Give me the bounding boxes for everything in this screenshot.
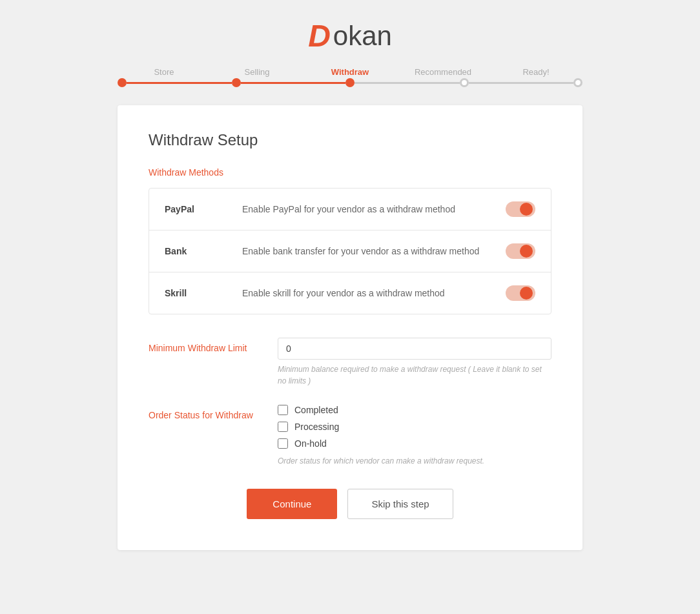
paypal-toggle[interactable]	[506, 201, 535, 217]
bank-slider	[506, 243, 535, 259]
checkbox-onhold-label: On-hold	[294, 438, 327, 449]
checkbox-onhold[interactable]: On-hold	[278, 438, 551, 449]
step-labels-row: Store Selling Withdraw Recommended Ready…	[118, 67, 582, 77]
step-label-withdraw: Withdraw	[304, 67, 396, 77]
checkbox-completed-label: Completed	[294, 405, 338, 415]
continue-button[interactable]: Continue	[247, 489, 337, 519]
order-status-content: Completed Processing On-hold Order statu…	[278, 405, 551, 466]
step-label-ready: Ready!	[489, 67, 582, 77]
min-withdraw-input[interactable]	[278, 338, 551, 360]
skip-button[interactable]: Skip this step	[347, 489, 453, 519]
logo-d-letter: D	[308, 21, 331, 52]
checkbox-completed-input[interactable]	[278, 405, 288, 415]
min-withdraw-group: Minimum Withdraw Limit Minimum balance r…	[149, 338, 551, 387]
min-withdraw-hint: Minimum balance required to make a withd…	[278, 363, 551, 387]
paypal-toggle-wrap[interactable]	[506, 201, 535, 217]
bank-desc: Enable bank transfer for your vendor as …	[242, 246, 495, 256]
logo-area: D okan	[308, 21, 392, 52]
methods-table: PayPal Enable PayPal for your vendor as …	[149, 188, 551, 314]
step-dot-3	[460, 78, 469, 87]
skrill-row: Skrill Enable skrill for your vendor as …	[149, 272, 551, 314]
card-title: Withdraw Setup	[149, 131, 551, 149]
seg-3-4	[469, 82, 574, 84]
skrill-name: Skrill	[165, 288, 242, 298]
bank-toggle[interactable]	[506, 243, 535, 259]
step-label-selling: Selling	[211, 67, 304, 77]
bank-row: Bank Enable bank transfer for your vendo…	[149, 230, 551, 272]
skrill-toggle-wrap[interactable]	[506, 285, 535, 301]
button-row: Continue Skip this step	[149, 489, 551, 519]
bank-toggle-wrap[interactable]	[506, 243, 535, 259]
bank-name: Bank	[165, 246, 242, 256]
min-withdraw-content: Minimum balance required to make a withd…	[278, 338, 551, 387]
checkbox-onhold-input[interactable]	[278, 438, 288, 449]
skrill-toggle[interactable]	[506, 285, 535, 301]
min-withdraw-label: Minimum Withdraw Limit	[149, 338, 278, 353]
order-status-group: Order Status for Withdraw Completed Proc…	[149, 405, 551, 466]
checkbox-group: Completed Processing On-hold	[278, 405, 551, 449]
step-dot-1	[232, 78, 241, 87]
seg-0-1	[127, 82, 232, 84]
logo-text: okan	[333, 23, 392, 50]
progress-bar	[118, 78, 582, 87]
main-card: Withdraw Setup Withdraw Methods PayPal E…	[118, 105, 582, 550]
checkbox-processing-input[interactable]	[278, 422, 288, 432]
seg-1-2	[241, 82, 346, 84]
paypal-desc: Enable PayPal for your vendor as a withd…	[242, 204, 495, 214]
paypal-name: PayPal	[165, 204, 242, 214]
skrill-desc: Enable skrill for your vendor as a withd…	[242, 288, 495, 298]
step-label-store: Store	[118, 67, 211, 77]
skrill-slider	[506, 285, 535, 301]
step-dot-4	[573, 78, 582, 87]
paypal-slider	[506, 201, 535, 217]
logo: D okan	[308, 21, 392, 52]
step-dot-2	[345, 78, 355, 87]
order-status-hint: Order status for which vendor can make a…	[278, 456, 551, 466]
seg-2-3	[355, 82, 460, 84]
step-dot-0	[118, 78, 127, 87]
checkbox-completed[interactable]: Completed	[278, 405, 551, 415]
checkbox-processing[interactable]: Processing	[278, 422, 551, 432]
order-status-label: Order Status for Withdraw	[149, 405, 278, 420]
checkbox-processing-label: Processing	[294, 422, 339, 432]
step-label-recommended: Recommended	[396, 67, 489, 77]
paypal-row: PayPal Enable PayPal for your vendor as …	[149, 189, 551, 230]
withdraw-methods-label: Withdraw Methods	[149, 167, 551, 178]
steps-container: Store Selling Withdraw Recommended Ready…	[118, 67, 582, 87]
